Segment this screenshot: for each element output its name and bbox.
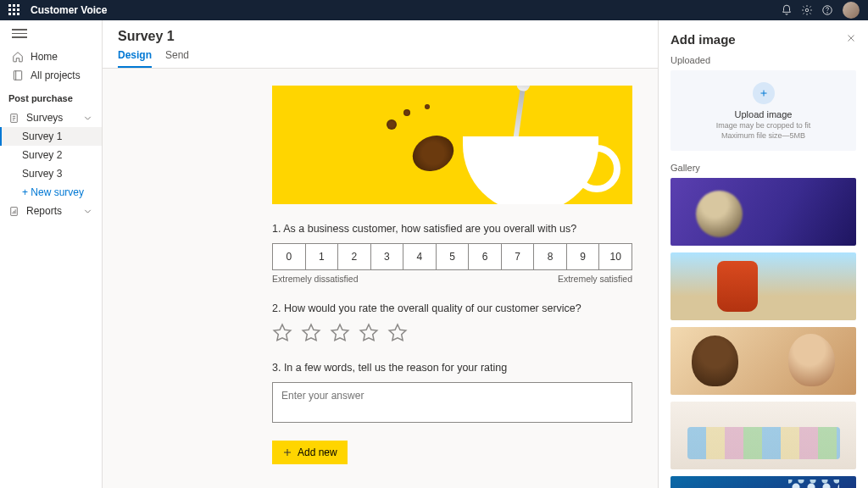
reports-icon xyxy=(8,206,19,217)
sidebar-item-label: Home xyxy=(31,51,58,63)
sidebar-reports[interactable]: Reports xyxy=(0,202,102,220)
nps-option[interactable]: 0 xyxy=(272,243,306,270)
star-icon[interactable] xyxy=(330,323,350,343)
gallery-thumb[interactable] xyxy=(670,178,856,246)
bell-icon[interactable] xyxy=(776,0,797,20)
top-nav: Customer Voice xyxy=(0,0,868,20)
designer-scroll[interactable]: 1. As a business customer, how satisfied… xyxy=(103,69,658,488)
chevron-down-icon xyxy=(82,206,93,217)
app-title: Customer Voice xyxy=(31,4,107,16)
question-1: 1. As a business customer, how satisfied… xyxy=(272,223,632,284)
right-panel: Add image Uploaded Upload image Image ma… xyxy=(658,20,868,488)
star-icon[interactable] xyxy=(359,323,379,343)
gear-icon[interactable] xyxy=(797,0,817,20)
question-label: 3. In a few words, tell us the reason fo… xyxy=(272,362,632,374)
svg-point-0 xyxy=(805,8,809,12)
nps-low-label: Extremely dissatisfied xyxy=(272,274,359,284)
sidebar-surveys[interactable]: Surveys xyxy=(0,108,102,127)
close-icon[interactable] xyxy=(846,33,856,46)
gallery-label: Gallery xyxy=(670,163,856,173)
add-new-button[interactable]: Add new xyxy=(272,441,348,464)
nps-option[interactable]: 7 xyxy=(501,243,535,270)
star-rating xyxy=(272,323,632,343)
star-icon[interactable] xyxy=(387,323,408,343)
survey-header-image[interactable] xyxy=(272,86,632,204)
sidebar-item-label: Reports xyxy=(26,205,62,217)
question-3: 3. In a few words, tell us the reason fo… xyxy=(272,362,632,425)
answer-input[interactable] xyxy=(272,382,632,423)
nps-option[interactable]: 10 xyxy=(598,243,632,270)
plus-icon xyxy=(282,447,292,458)
question-2: 2. How would you rate the overall qualit… xyxy=(272,302,632,343)
svg-point-2 xyxy=(827,13,828,14)
main-header: Survey 1 Design Send xyxy=(103,20,658,69)
star-icon[interactable] xyxy=(272,323,292,343)
tab-send[interactable]: Send xyxy=(165,49,189,68)
nps-scale: 0 1 2 3 4 5 6 7 8 9 10 xyxy=(272,243,632,270)
gallery-thumb[interactable] xyxy=(670,402,856,469)
page-title: Survey 1 xyxy=(118,29,643,44)
question-label: 2. How would you rate the overall qualit… xyxy=(272,302,632,314)
surveys-icon xyxy=(8,113,19,124)
gallery-thumb[interactable] xyxy=(670,476,856,488)
nps-option[interactable]: 1 xyxy=(305,243,339,270)
sidebar-all-projects[interactable]: All projects xyxy=(0,66,102,85)
nps-high-label: Extremely satisfied xyxy=(558,274,632,284)
svg-rect-3 xyxy=(14,71,21,80)
hamburger-icon[interactable] xyxy=(12,29,27,41)
nps-option[interactable]: 6 xyxy=(468,243,502,270)
add-new-label: Add new xyxy=(298,446,337,458)
gallery-grid xyxy=(670,178,856,488)
sidebar-survey-2[interactable]: Survey 2 xyxy=(0,146,102,164)
sidebar-item-label: All projects xyxy=(31,69,81,81)
project-heading: Post purchase xyxy=(0,85,102,108)
home-icon xyxy=(12,51,24,63)
uploaded-label: Uploaded xyxy=(670,55,856,65)
sidebar-survey-1[interactable]: Survey 1 xyxy=(0,127,102,146)
upload-sub-1: Image may be cropped to fit xyxy=(677,121,849,131)
sidebar-new-survey[interactable]: + New survey xyxy=(0,183,102,202)
sidebar-survey-3[interactable]: Survey 3 xyxy=(0,164,102,183)
plus-circle-icon xyxy=(753,82,775,104)
nps-option[interactable]: 5 xyxy=(436,243,470,270)
tab-design[interactable]: Design xyxy=(118,49,152,68)
upload-box[interactable]: Upload image Image may be cropped to fit… xyxy=(670,70,856,151)
projects-icon xyxy=(12,69,24,81)
upload-sub-2: Maximum file size—5MB xyxy=(677,131,849,141)
nps-option[interactable]: 9 xyxy=(566,243,600,270)
gallery-thumb[interactable] xyxy=(670,327,856,395)
nps-option[interactable]: 3 xyxy=(370,243,404,270)
panel-title: Add image xyxy=(670,32,736,47)
nps-option[interactable]: 2 xyxy=(337,243,371,270)
sidebar-home[interactable]: Home xyxy=(0,47,102,66)
help-icon[interactable] xyxy=(817,0,837,20)
nps-option[interactable]: 4 xyxy=(403,243,437,270)
nps-option[interactable]: 8 xyxy=(533,243,567,270)
upload-title: Upload image xyxy=(677,109,849,119)
star-icon[interactable] xyxy=(301,323,321,343)
chevron-down-icon xyxy=(82,113,93,124)
sidebar-item-label: Surveys xyxy=(26,112,63,124)
app-launcher-icon[interactable] xyxy=(8,4,20,16)
question-label: 1. As a business customer, how satisfied… xyxy=(272,223,632,235)
avatar[interactable] xyxy=(843,2,860,19)
main: Survey 1 Design Send 1. As a business cu… xyxy=(103,20,658,488)
sidebar: Home All projects Post purchase Surveys … xyxy=(0,20,103,488)
gallery-thumb[interactable] xyxy=(670,252,856,320)
tabs: Design Send xyxy=(118,49,643,68)
